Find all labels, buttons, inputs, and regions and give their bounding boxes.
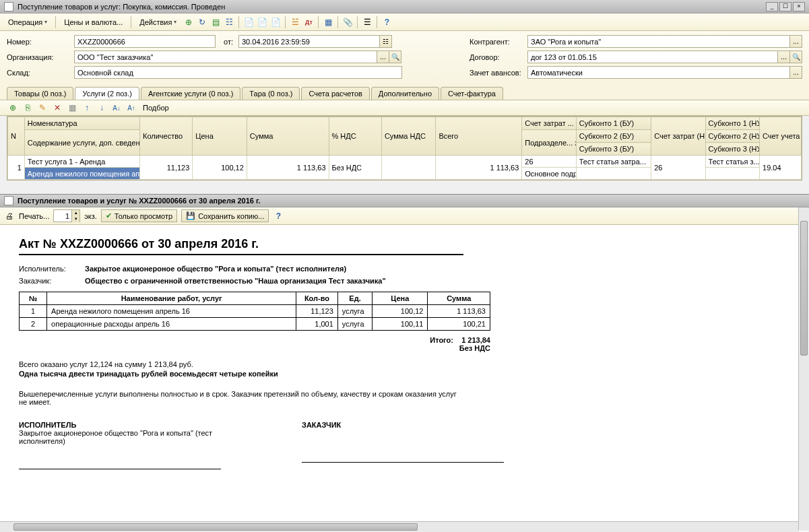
doc-icon[interactable]: 📄 [257,17,267,28]
scroll-thumb[interactable] [13,523,418,531]
view-only-toggle[interactable]: ✔ Только просмотр [101,209,177,222]
add-row-icon[interactable]: ⊕ [7,102,19,114]
col-sub3[interactable]: Субконто 3 (БУ) [576,143,651,156]
tab-container[interactable]: Тара (0 поз.) [242,87,300,100]
move-up-icon[interactable]: ↑ [81,102,93,114]
sort-asc-icon[interactable]: A↓ [110,102,123,114]
operation-menu[interactable]: Операция ▾ [4,17,51,28]
counterparty-field[interactable] [527,35,790,48]
close-button[interactable]: × [793,2,805,11]
contract-input[interactable] [531,53,775,61]
copy-row-icon[interactable]: ⎘ [22,102,34,114]
org-field[interactable] [74,51,377,63]
col-sub2[interactable]: Субконто 2 (БУ) [576,130,651,143]
help-icon[interactable]: ? [381,17,392,28]
col-sub2nu[interactable]: Субконто 2 (НУ) [705,130,759,143]
cell-total[interactable]: 1 113,63 [436,156,522,180]
cell-sub2nu[interactable] [705,168,759,180]
add-icon[interactable]: ⊕ [183,17,194,28]
contract-field[interactable] [527,51,778,63]
list-icon[interactable]: ☰ [362,17,373,28]
spin-down-icon[interactable]: ▾ [71,216,79,222]
select-button[interactable]: ... [778,51,790,63]
print-icon[interactable]: 🖨 [4,211,15,222]
scroll-thumb[interactable] [800,221,808,356]
cell-sub1[interactable]: Тест статья затра... [576,156,651,168]
col-dept[interactable]: Подразделе... затрат [522,130,576,156]
copies-input[interactable] [54,212,71,220]
clip-icon[interactable]: 📎 [342,17,353,28]
table-row[interactable]: 1 Тест услуга 1 - Аренда 11,123 100,12 1… [8,156,802,168]
select-button[interactable]: ... [790,66,802,79]
lookup-button[interactable]: 🔍 [790,51,802,63]
cell-nom[interactable]: Тест услуга 1 - Аренда [24,156,139,168]
org-input[interactable] [77,53,374,61]
report-icon[interactable]: ☱ [290,17,300,28]
cell-n[interactable]: 1 [8,156,25,180]
select-button[interactable]: ... [377,51,389,63]
spin-up-icon[interactable]: ▴ [71,210,79,216]
save-copy-button[interactable]: 💾 Сохранить копию... [181,209,269,222]
delete-row-icon[interactable]: ✕ [51,102,63,114]
tab-additional[interactable]: Дополнительно [371,87,439,100]
doc-add-icon[interactable]: 📄 [243,17,254,28]
copies-spinner[interactable]: ▴ ▾ [53,209,80,222]
cell-acc[interactable]: 26 [522,156,576,168]
number-input[interactable] [77,38,212,46]
tab-goods[interactable]: Товары (0 поз.) [7,87,73,100]
services-grid[interactable]: N Номенклатура Количество Цена Сумма % Н… [7,116,802,180]
cell-vat[interactable]: Без НДС [329,156,381,180]
cell-sub1nu[interactable]: Тест статья з... [705,156,759,168]
cell-qty[interactable]: 11,123 [139,156,192,180]
col-price[interactable]: Цена [193,117,247,156]
counterparty-input[interactable] [531,38,787,46]
vertical-scrollbar[interactable] [798,207,809,531]
tab-services[interactable]: Услуги (2 поз.) [75,87,139,100]
warehouse-input[interactable] [77,69,399,77]
number-field[interactable] [74,35,216,48]
col-n[interactable]: N [8,117,25,156]
doc-blue-icon[interactable]: ▦ [323,17,333,28]
col-sub1nu[interactable]: Субконто 1 (НУ) [705,117,759,130]
date-picker-button[interactable]: ☷ [380,35,392,48]
warehouse-field[interactable] [74,66,402,79]
properties-icon[interactable]: ▦ [66,102,78,114]
tab-agent[interactable]: Агентские услуги (0 поз.) [141,87,240,100]
edit-row-icon[interactable]: ✎ [36,102,48,114]
doc-check-icon[interactable]: 📄 [270,17,281,28]
actions-menu[interactable]: Действия ▾ [135,17,181,28]
date-input[interactable] [242,38,377,46]
book-icon[interactable]: ▤ [210,17,221,28]
cell-sum[interactable]: 1 113,63 [247,156,329,180]
tab-invoice[interactable]: Счет-фактура [441,87,503,100]
move-down-icon[interactable]: ↓ [96,102,108,114]
minimize-button[interactable]: _ [766,2,778,11]
tab-accounts[interactable]: Счета расчетов [301,87,369,100]
prices-button[interactable]: Цены и валюта... [60,17,127,28]
tree-icon[interactable]: ☷ [224,17,234,28]
dtkt-icon[interactable]: Дт [303,17,314,28]
cell-vatacc[interactable]: 19.04 [760,156,802,180]
select-button[interactable]: ... [790,35,802,48]
col-sum[interactable]: Сумма [247,117,329,156]
cell-vatsum[interactable] [381,156,435,180]
col-qty[interactable]: Количество [139,117,192,156]
col-sub3nu[interactable]: Субконто 3 (НУ) [705,143,759,156]
print-button[interactable]: Печать... [19,212,49,220]
podbor-button[interactable]: Подбор [143,104,169,112]
col-vat[interactable]: % НДС [329,117,381,156]
advance-input[interactable] [531,69,787,77]
date-field[interactable] [238,35,380,48]
col-vatsum[interactable]: Сумма НДС [381,117,435,156]
help-icon[interactable]: ? [273,211,284,222]
horizontal-scrollbar[interactable] [0,521,798,532]
col-accnu[interactable]: Счет затрат (НУ) [651,117,705,156]
col-sub1[interactable]: Субконто 1 (БУ) [576,117,651,130]
refresh-icon[interactable]: ↻ [197,17,207,28]
cell-dept[interactable]: Основное подразделе... [522,168,576,180]
col-total[interactable]: Всего [436,117,522,156]
lookup-button[interactable]: 🔍 [389,51,401,63]
col-nomenclature[interactable]: Номенклатура [24,117,139,130]
cell-accnu[interactable]: 26 [651,156,705,180]
maximize-button[interactable]: ☐ [779,2,791,11]
